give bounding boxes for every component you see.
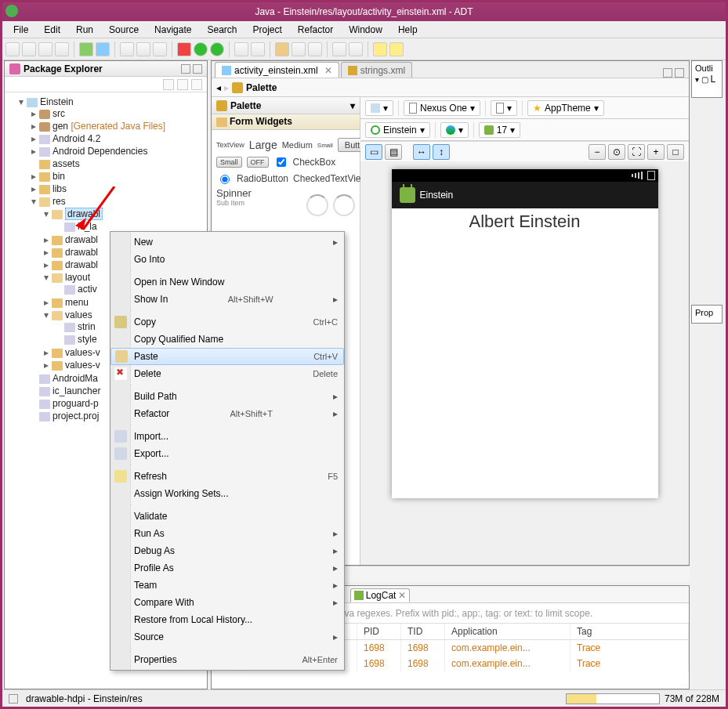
menu-search[interactable]: Search: [201, 23, 243, 37]
zoom-fit-icon[interactable]: ⛶: [628, 144, 645, 160]
menu-properties[interactable]: PropertiesAlt+Enter: [110, 651, 344, 668]
menu-navigate[interactable]: Navigate: [148, 23, 197, 37]
locale-dropdown[interactable]: ▾: [440, 122, 469, 138]
col-tag[interactable]: Tag: [570, 624, 689, 639]
context-menu[interactable]: New Go Into Open in New Window Show InAl…: [110, 231, 345, 671]
tree-ic-la[interactable]: ic_la: [78, 221, 97, 232]
zoom-in-icon[interactable]: +: [647, 144, 665, 160]
menu-delete[interactable]: DeleteDelete: [110, 365, 344, 382]
tb-new-class2[interactable]: [251, 42, 265, 56]
widget-large[interactable]: Large: [249, 139, 277, 151]
menubar[interactable]: File Edit Run Source Navigate Search Pro…: [2, 21, 726, 38]
col-pid[interactable]: PID: [357, 624, 401, 639]
tree-res[interactable]: res: [53, 196, 66, 207]
zoom-reset-icon[interactable]: ⊙: [608, 144, 625, 160]
menu-export[interactable]: Export...: [110, 445, 344, 462]
tree-drawable-selected[interactable]: drawabl: [65, 208, 103, 220]
minimize-icon[interactable]: [663, 68, 672, 78]
menu-copy[interactable]: CopyCtrl+C: [110, 313, 344, 331]
tb-nav1[interactable]: [332, 42, 346, 56]
widget-checkedtv[interactable]: CheckedTextView: [293, 173, 368, 184]
phone-content[interactable]: Albert Einstein: [392, 208, 658, 232]
menu-restore-history[interactable]: Restore from Local History...: [110, 611, 344, 628]
tree-menu[interactable]: menu: [65, 297, 89, 308]
menu-new[interactable]: New: [110, 233, 344, 251]
menu-run[interactable]: Run: [70, 23, 100, 37]
palette-category[interactable]: Form Widgets: [212, 114, 360, 130]
widget-radio[interactable]: [220, 175, 230, 184]
activity-dropdown[interactable]: Einstein ▾: [365, 122, 430, 138]
tree-manifest[interactable]: AndroidMa: [53, 373, 98, 384]
minimize-icon[interactable]: [181, 64, 190, 74]
tb-search[interactable]: [275, 42, 289, 56]
tree-launcher[interactable]: ic_launcher: [53, 385, 100, 396]
menu-project[interactable]: Project: [246, 23, 288, 37]
tree-activ[interactable]: activ: [78, 284, 97, 295]
menu-source[interactable]: Source: [103, 23, 145, 37]
menu-validate[interactable]: Validate: [110, 508, 344, 525]
tree-values-v2[interactable]: values-v: [65, 360, 100, 371]
tree-drawable3[interactable]: drawabl: [65, 247, 98, 258]
mode-blueprint[interactable]: ▤: [385, 144, 402, 160]
menu-window[interactable]: Window: [342, 23, 389, 37]
menu-refactor[interactable]: RefactorAlt+Shift+T: [110, 405, 344, 422]
tree-project[interactable]: Einstein: [40, 96, 74, 107]
tree-android[interactable]: Android 4.2: [53, 133, 100, 144]
menu-open-new-window[interactable]: Open in New Window: [110, 273, 344, 291]
tree-proguard[interactable]: proguard-p: [53, 398, 99, 409]
menu-refresh[interactable]: RefreshF5: [110, 468, 344, 485]
view-logcat[interactable]: LogCat ✕: [350, 588, 411, 602]
widget-small[interactable]: Small: [317, 142, 333, 149]
tab-activity-einstein[interactable]: activity_einstein.xml ✕: [215, 62, 339, 78]
tb-toggle[interactable]: [292, 42, 306, 56]
menu-refactor[interactable]: Refactor: [292, 23, 339, 37]
mode-h[interactable]: ↔: [413, 144, 430, 160]
menu-assign-working-sets[interactable]: Assign Working Sets...: [110, 485, 344, 502]
device-preview[interactable]: Einstein Albert Einstein: [392, 169, 658, 498]
tree-strin[interactable]: strin: [78, 321, 96, 332]
orientation-dropdown[interactable]: ▾: [491, 100, 517, 116]
tb-sdk[interactable]: [79, 42, 93, 56]
menu-run-as[interactable]: Run As: [110, 525, 344, 542]
outline-view[interactable]: Outli ▾ ▢ L: [691, 60, 723, 98]
col-tid[interactable]: TID: [401, 624, 445, 639]
preview-canvas[interactable]: Einstein Albert Einstein: [360, 161, 689, 565]
device-dropdown[interactable]: Nexus One ▾: [404, 100, 480, 116]
menu-paste[interactable]: PasteCtrl+V: [110, 348, 344, 365]
tree-layout[interactable]: layout: [65, 272, 90, 283]
tb-avd[interactable]: [96, 42, 110, 56]
link-editor-icon[interactable]: [177, 79, 188, 90]
menu-import[interactable]: Import...: [110, 428, 344, 445]
tree-bin[interactable]: bin: [53, 171, 65, 182]
tb-bug[interactable]: [308, 42, 322, 56]
tb-fwd[interactable]: [389, 42, 404, 56]
tree-values[interactable]: values: [65, 309, 92, 320]
tree-drawable2[interactable]: drawabl: [65, 234, 98, 245]
tree-deps[interactable]: Android Dependencies: [53, 146, 147, 157]
tree-assets[interactable]: assets: [53, 158, 80, 169]
tb-new[interactable]: [5, 42, 20, 56]
menu-team[interactable]: Team: [110, 577, 344, 594]
theme-dropdown[interactable]: ★AppTheme ▾: [527, 100, 604, 116]
view-menu-icon[interactable]: [191, 79, 202, 90]
widget-off[interactable]: OFF: [247, 157, 269, 168]
maximize-icon[interactable]: [193, 64, 202, 74]
tree-src[interactable]: src: [53, 108, 65, 119]
menu-go-into[interactable]: Go Into: [110, 251, 344, 268]
config-dropdown[interactable]: ▾: [365, 100, 393, 116]
progress-icon[interactable]: [306, 194, 328, 216]
col-app[interactable]: Application: [445, 624, 570, 639]
tree-values-v1[interactable]: values-v: [65, 347, 100, 358]
status-icon[interactable]: [9, 694, 18, 704]
tb-saveall[interactable]: [38, 42, 53, 56]
tree-gen[interactable]: gen [Generated Java Files]: [53, 121, 165, 132]
tree-project[interactable]: project.proj: [53, 411, 99, 421]
widget-medium[interactable]: Medium: [282, 140, 313, 150]
menu-compare-with[interactable]: Compare With: [110, 594, 344, 611]
menu-build-path[interactable]: Build Path: [110, 388, 344, 405]
menu-file[interactable]: File: [7, 23, 34, 37]
api-dropdown[interactable]: 17 ▾: [479, 122, 520, 138]
tab-strings[interactable]: strings.xml: [341, 62, 412, 78]
tree-style[interactable]: style: [78, 334, 97, 345]
menu-debug-as[interactable]: Debug As: [110, 542, 344, 559]
